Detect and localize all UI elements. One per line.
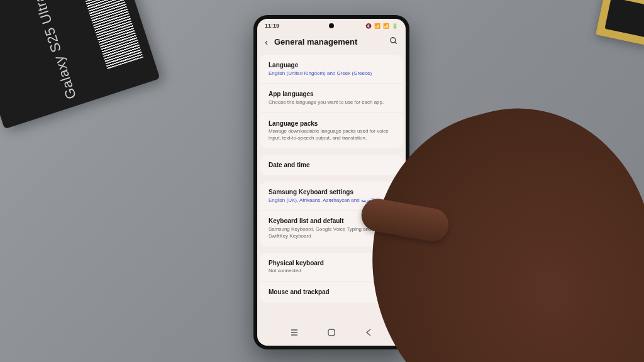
svg-line-1 [395, 42, 397, 44]
prop-object [596, 0, 644, 47]
status-icon-vibrate: 🔇 [365, 23, 372, 29]
status-icon-battery: 🔋 [392, 23, 398, 29]
page-header: ‹ General management [257, 30, 406, 55]
camera-hole [329, 23, 334, 28]
status-time: 11:19 [265, 23, 279, 29]
nav-back-button[interactable] [364, 328, 373, 337]
navigation-bar [257, 323, 406, 342]
status-icon-signal2: 📶 [383, 23, 389, 29]
settings-group: LanguageEnglish (United Kingdom) and Gre… [260, 55, 403, 148]
settings-item-title: Language [269, 61, 394, 70]
search-button[interactable] [389, 36, 398, 47]
product-box: Galaxy S25 Ultra [0, 0, 160, 129]
svg-rect-5 [328, 329, 335, 336]
settings-item-subtitle: English (United Kingdom) and Greek (Gree… [269, 70, 394, 77]
settings-item[interactable]: Language packsManage downloadable langua… [260, 113, 403, 148]
settings-item-title: Date and time [269, 161, 394, 170]
settings-item-title: App languages [269, 90, 394, 99]
settings-item[interactable]: Date and time [260, 155, 403, 176]
status-icons: 🔇 📶 📶 🔋 [365, 23, 398, 29]
settings-group: Date and time [260, 155, 403, 176]
settings-item[interactable]: App languagesChoose the language you wan… [260, 84, 403, 112]
page-title: General management [274, 37, 383, 47]
nav-home-button[interactable] [327, 328, 336, 337]
barcode-graphic [84, 0, 143, 69]
product-box-label: Galaxy S25 Ultra [30, 0, 80, 101]
settings-item-subtitle: Manage downloadable language packs used … [269, 128, 394, 142]
settings-item-title: Samsung Keyboard settings [269, 188, 394, 197]
status-icon-signal: 📶 [374, 23, 380, 29]
settings-item[interactable]: LanguageEnglish (United Kingdom) and Gre… [260, 55, 403, 84]
settings-item-subtitle: Choose the language you want to use for … [269, 99, 394, 106]
settings-item-title: Language packs [269, 119, 394, 128]
svg-point-0 [391, 38, 396, 43]
back-button[interactable]: ‹ [265, 36, 268, 47]
nav-recents-button[interactable] [290, 328, 299, 337]
